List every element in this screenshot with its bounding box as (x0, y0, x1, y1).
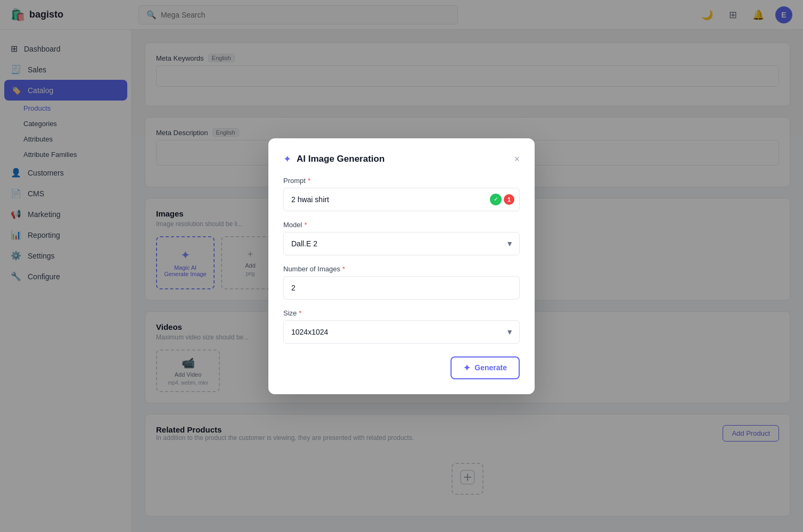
modal-close-button[interactable]: × (514, 154, 520, 164)
modal-title-icon: ✦ (283, 153, 291, 165)
modal-overlay[interactable]: ✦ AI Image Generation × Prompt * ✓ 1 Mod… (0, 0, 803, 532)
prompt-field: Prompt * ✓ 1 (283, 177, 520, 211)
modal-footer: ✦ Generate (283, 356, 520, 379)
generate-icon: ✦ (463, 363, 470, 373)
prompt-input-wrap: ✓ 1 (283, 188, 520, 211)
size-required: * (299, 309, 301, 317)
prompt-required: * (308, 177, 310, 185)
modal-title: AI Image Generation (297, 154, 384, 164)
modal-header: ✦ AI Image Generation × (283, 153, 520, 165)
size-select[interactable]: 256x256 512x512 1024x1024 (283, 320, 520, 344)
generate-button[interactable]: ✦ Generate (450, 356, 520, 379)
num-images-input[interactable] (283, 276, 520, 300)
model-field: Model * Dall.E 2 Dall.E 3 Stable Diffusi… (283, 221, 520, 255)
num-images-label: Number of Images * (283, 265, 520, 273)
size-field: Size * 256x256 512x512 1024x1024 ▼ (283, 309, 520, 344)
prompt-label: Prompt * (283, 177, 520, 185)
model-select[interactable]: Dall.E 2 Dall.E 3 Stable Diffusion (283, 232, 520, 255)
grammar-check-icon: ✓ (490, 194, 502, 205)
size-select-wrap: 256x256 512x512 1024x1024 ▼ (283, 320, 520, 344)
size-label: Size * (283, 309, 520, 317)
num-images-required: * (342, 265, 345, 273)
model-label: Model * (283, 221, 520, 229)
model-select-wrap: Dall.E 2 Dall.E 3 Stable Diffusion ▼ (283, 232, 520, 255)
num-images-field: Number of Images * (283, 265, 520, 300)
prompt-input[interactable] (283, 188, 520, 211)
input-icons: ✓ 1 (490, 194, 514, 205)
generate-btn-label: Generate (474, 363, 507, 372)
ai-image-generation-modal: ✦ AI Image Generation × Prompt * ✓ 1 Mod… (268, 138, 535, 394)
model-required: * (304, 221, 307, 229)
modal-title-area: ✦ AI Image Generation (283, 153, 384, 165)
error-badge: 1 (504, 194, 514, 205)
